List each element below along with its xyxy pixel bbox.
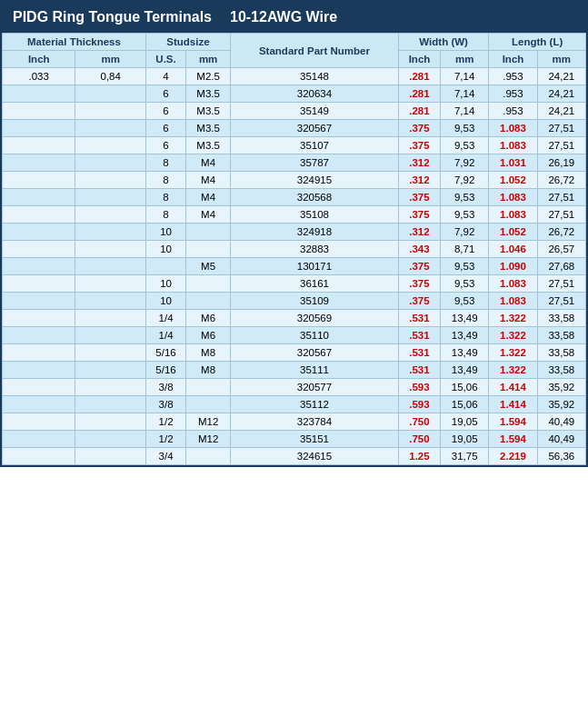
table-cell: 1.594 [489,413,537,431]
table-row: 8M435108.3759,531.08327,51 [3,206,586,224]
table-cell: .375 [398,258,440,275]
table-cell [186,241,231,258]
table-cell: 9,53 [441,137,489,154]
table-cell: M2.5 [186,68,231,85]
table-cell: M3.5 [186,103,231,120]
table-cell: .343 [398,241,440,258]
table-cell: 35,92 [537,379,585,396]
table-row: 1036161.3759,531.08327,51 [3,275,586,293]
table-cell: .750 [398,431,440,448]
table-cell: M6 [186,327,231,344]
table-cell: 7,14 [441,103,489,120]
table-cell: 27,51 [537,275,585,293]
table-cell: 1.046 [489,241,537,258]
table-cell: 130171 [231,258,399,275]
table-cell: 320577 [231,379,399,396]
table-cell: .531 [398,310,440,327]
header-part-number: Standard Part Number [231,34,399,68]
table-cell [75,103,145,120]
table-row: 6M3.535107.3759,531.08327,51 [3,137,586,154]
table-row: .0330,844M2.535148.2817,14.95324,21 [3,68,586,85]
table-cell: 26,57 [537,241,585,258]
table-cell [186,448,231,465]
table-cell [75,413,145,431]
header-l-mm: mm [537,51,585,68]
table-cell: 35108 [231,206,399,224]
table-cell: .033 [3,68,75,85]
table-cell: 1/4 [145,310,185,327]
table-cell: 1.322 [489,327,537,344]
table-cell: 32883 [231,241,399,258]
table-cell [75,431,145,448]
table-cell [3,85,75,103]
table-cell: 40,49 [537,413,585,431]
table-cell [75,241,145,258]
table-cell: 324918 [231,224,399,241]
table-cell: 324915 [231,172,399,189]
table-cell: 9,53 [441,258,489,275]
table-cell [3,413,75,431]
table-cell: 35149 [231,103,399,120]
table-cell: 9,53 [441,120,489,137]
table-cell: 1.052 [489,224,537,241]
table-cell: 19,05 [441,413,489,431]
table-cell [186,293,231,310]
table-cell [3,137,75,154]
table-cell: 5/16 [145,344,185,362]
table-cell [75,362,145,379]
header-material-thickness: Material Thickness [3,34,146,51]
header-stud-us: U.S. [145,51,185,68]
table-cell [3,327,75,344]
header-length: Length (L) [489,34,586,51]
table-cell: 27,51 [537,189,585,206]
table-cell [3,206,75,224]
table-cell [75,293,145,310]
table-row: 1/2M1235151.75019,051.59440,49 [3,431,586,448]
table-cell: 10 [145,293,185,310]
table-cell: 31,75 [441,448,489,465]
table-cell: 27,51 [537,137,585,154]
table-cell: 24,21 [537,103,585,120]
table-cell: 13,49 [441,310,489,327]
table-cell: .312 [398,172,440,189]
table-cell: 1.083 [489,120,537,137]
table-row: M5130171.3759,531.09027,68 [3,258,586,275]
table-cell [3,103,75,120]
table-cell: 56,36 [537,448,585,465]
table-cell: 26,72 [537,224,585,241]
table-row: 6M3.5320567.3759,531.08327,51 [3,120,586,137]
table-cell: 4 [145,68,185,85]
table-body: .0330,844M2.535148.2817,14.95324,216M3.5… [3,68,586,465]
table-cell [75,85,145,103]
table-cell [75,137,145,154]
header-row-main: Material Thickness Studsize Standard Par… [3,34,586,51]
table-cell: 13,49 [441,344,489,362]
table-cell: 6 [145,120,185,137]
table-cell [3,172,75,189]
table-cell: 19,05 [441,431,489,448]
table-cell: 1.083 [489,189,537,206]
table-cell: M12 [186,431,231,448]
table-cell [186,224,231,241]
table-cell: 3/8 [145,379,185,396]
table-cell: 40,49 [537,431,585,448]
table-cell: 9,53 [441,189,489,206]
table-cell: .312 [398,224,440,241]
table-cell: 35151 [231,431,399,448]
table-cell: 324615 [231,448,399,465]
table-cell: 1.031 [489,154,537,172]
table-row: 1/4M635110.53113,491.32233,58 [3,327,586,344]
table-cell [75,448,145,465]
table-cell: M4 [186,206,231,224]
table-cell: 7,92 [441,224,489,241]
table-cell [75,172,145,189]
table-cell [75,327,145,344]
header-stud-mm: mm [186,51,231,68]
table-cell [75,275,145,293]
table-cell: M6 [186,310,231,327]
table-cell: 320567 [231,120,399,137]
table-cell [75,189,145,206]
table-cell [75,206,145,224]
table-cell: M3.5 [186,85,231,103]
table-cell: 35110 [231,327,399,344]
